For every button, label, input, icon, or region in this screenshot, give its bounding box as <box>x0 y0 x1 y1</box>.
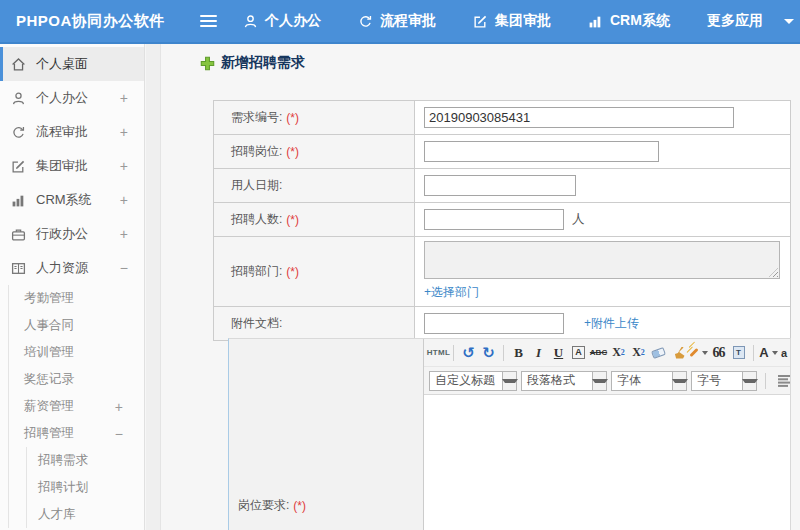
nav-group-approval[interactable]: 集团审批 <box>473 12 551 30</box>
italic-button[interactable]: I <box>529 342 548 364</box>
sidebar-item-label: CRM系统 <box>36 191 92 209</box>
nav-label: 更多应用 <box>707 12 763 30</box>
bar-chart-icon <box>588 14 603 29</box>
subscript-button[interactable]: X2 <box>629 342 648 364</box>
sidebar-item-label: 招聘管理 <box>24 425 74 442</box>
caret-down-icon <box>742 372 756 390</box>
sidebar-item-rewards[interactable]: 奖惩记录 <box>9 366 144 393</box>
bold-button[interactable]: B <box>509 342 528 364</box>
caret-down-icon[interactable] <box>784 19 794 24</box>
sidebar-item-crm[interactable]: CRM系统 + <box>0 183 144 217</box>
sidebar-item-admin-office[interactable]: 行政办公 + <box>0 217 144 251</box>
sidebar-item-recruitment[interactable]: 招聘管理 − <box>9 420 144 447</box>
collapse-icon[interactable]: − <box>115 426 123 442</box>
page-title: 新增招聘需求 <box>221 54 305 72</box>
headcount-input[interactable] <box>424 209 564 230</box>
workflow-icon <box>358 14 373 29</box>
green-plus-icon <box>200 56 215 71</box>
font-size-select[interactable]: 字号 <box>691 371 757 391</box>
nav-label: 个人办公 <box>265 12 321 30</box>
form-row: 招聘部门:(*) +选择部门 <box>214 237 790 307</box>
sidebar-scrollbar[interactable] <box>146 44 161 530</box>
sidebar-item-training[interactable]: 培训管理 <box>9 339 144 366</box>
id-card-icon <box>11 260 27 276</box>
sidebar-item-personal-desktop[interactable]: 个人桌面 <box>0 47 144 81</box>
background-color-button[interactable]: a <box>779 342 790 364</box>
undo-button[interactable]: ↺ <box>459 342 478 364</box>
magic-format-button[interactable] <box>689 342 708 364</box>
expand-icon[interactable]: + <box>120 226 128 242</box>
sidebar-item-recruit-request[interactable]: 招聘需求 <box>27 447 144 474</box>
strikethrough-button[interactable]: ABC <box>589 342 608 364</box>
sidebar-item-label: 集团审批 <box>36 157 88 175</box>
expand-icon[interactable]: + <box>115 399 123 415</box>
align-left-icon <box>778 375 790 387</box>
sidebar-item-hr[interactable]: 人力资源 − <box>0 251 144 285</box>
custom-title-select[interactable]: 自定义标题 <box>429 371 517 391</box>
font-color-button[interactable]: A <box>759 342 778 364</box>
briefcase-icon <box>11 226 27 242</box>
nav-more-apps[interactable]: 更多应用 <box>707 12 763 30</box>
sidebar-item-hr-contract[interactable]: 人事合同 <box>9 312 144 339</box>
top-nav: 个人办公 流程审批 集团审批 CRM系统 更多应用 <box>243 0 794 42</box>
department-textarea[interactable] <box>424 241 780 279</box>
expand-icon[interactable]: + <box>120 90 128 106</box>
superscript-button[interactable]: X2 <box>609 342 628 364</box>
sidebar-item-label: 薪资管理 <box>24 398 74 415</box>
rich-text-editor: HTML ↺ ↻ B I U A ABC X2 X2 66 T A a <box>423 339 790 530</box>
requirement-no-input[interactable] <box>424 107 734 128</box>
position-input[interactable] <box>424 141 659 162</box>
clipboard-icon: T <box>733 346 745 359</box>
sidebar-item-salary[interactable]: 薪资管理 + <box>9 393 144 420</box>
collapse-icon[interactable]: − <box>120 260 128 276</box>
recruitment-form: 需求编号:(*) 招聘岗位:(*) 用人日期: 招聘人数:(*) 人 招聘部门:… <box>213 100 791 341</box>
field-label: 岗位要求: <box>238 497 289 514</box>
sidebar-item-talent-pool[interactable]: 人才库 <box>27 501 144 528</box>
align-left-button[interactable] <box>776 370 790 392</box>
field-label: 需求编号: <box>231 109 282 126</box>
user-icon <box>11 90 27 106</box>
sidebar-item-recruit-plan[interactable]: 招聘计划 <box>27 474 144 501</box>
underline-button[interactable]: U <box>549 342 568 364</box>
sidebar-item-label: 人事合同 <box>24 317 74 334</box>
edit-icon <box>11 158 27 174</box>
nav-label: 流程审批 <box>380 12 436 30</box>
form-row: 招聘岗位:(*) <box>214 135 790 169</box>
nav-personal-office[interactable]: 个人办公 <box>243 12 321 30</box>
select-department-link[interactable]: +选择部门 <box>424 284 479 301</box>
menu-toggle-icon[interactable] <box>200 15 217 27</box>
app-logo[interactable]: PHPOA协同办公软件 <box>16 0 165 42</box>
source-code-button[interactable]: HTML <box>429 342 448 364</box>
format-brush-button[interactable] <box>669 342 688 364</box>
sidebar-item-personal-office[interactable]: 个人办公 + <box>0 81 144 115</box>
required-mark: (*) <box>286 111 299 125</box>
sidebar-item-label: 人力资源 <box>36 259 88 277</box>
remove-format-button[interactable]: A <box>569 342 588 364</box>
sidebar-item-label: 人才库 <box>38 506 76 523</box>
sidebar: 个人桌面 个人办公 + 流程审批 + 集团审批 + CRM系统 + 行政办公 +… <box>0 44 145 530</box>
sidebar-item-workflow-approval[interactable]: 流程审批 + <box>0 115 144 149</box>
attachment-input[interactable] <box>424 313 564 334</box>
page-title-row: 新增招聘需求 <box>200 54 305 72</box>
nav-label: CRM系统 <box>610 12 670 30</box>
paragraph-format-select[interactable]: 段落格式 <box>521 371 607 391</box>
font-family-select[interactable]: 字体 <box>611 371 687 391</box>
nav-crm[interactable]: CRM系统 <box>588 12 670 30</box>
required-mark: (*) <box>293 499 306 513</box>
expand-icon[interactable]: + <box>120 124 128 140</box>
unit-suffix: 人 <box>572 211 585 228</box>
sidebar-item-attendance[interactable]: 考勤管理 <box>9 285 144 312</box>
attachment-upload-link[interactable]: +附件上传 <box>584 315 639 332</box>
expand-icon[interactable]: + <box>120 192 128 208</box>
editor-content[interactable] <box>424 395 790 530</box>
sidebar-item-group-approval[interactable]: 集团审批 + <box>0 149 144 183</box>
hire-date-input[interactable] <box>424 175 576 196</box>
redo-button[interactable]: ↻ <box>479 342 498 364</box>
eraser-button[interactable] <box>649 342 668 364</box>
required-mark: (*) <box>286 265 299 279</box>
nav-workflow-approval[interactable]: 流程审批 <box>358 12 436 30</box>
expand-icon[interactable]: + <box>120 158 128 174</box>
sidebar-item-label: 招聘需求 <box>38 452 88 469</box>
paste-button[interactable]: T <box>729 342 748 364</box>
blockquote-button[interactable]: 66 <box>709 342 728 364</box>
